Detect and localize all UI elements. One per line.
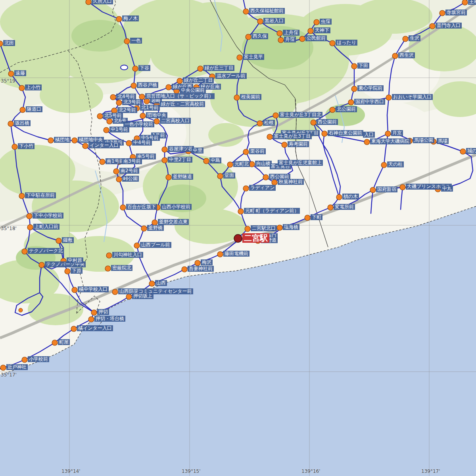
bus-stop-label[interactable]: 下町	[311, 214, 322, 220]
bus-stop-label[interactable]: 県営団地入口（サ・ビック前）	[145, 93, 215, 99]
bus-stop-label[interactable]: 押切	[97, 309, 109, 315]
bus-stop-label[interactable]: 桜美園前	[240, 94, 261, 100]
bus-stop-label[interactable]: 坂呂橋	[14, 120, 31, 126]
bus-stop-label[interactable]: 国府中学西口	[354, 99, 385, 105]
bus-stop-label[interactable]: 天神下	[314, 27, 330, 33]
bus-stop-label[interactable]: 下小竹	[18, 143, 35, 149]
bus-stop-label[interactable]: 川勾神社入口	[112, 252, 143, 258]
bus-stop-label[interactable]: 生沢	[409, 35, 420, 41]
bus-stop-label[interactable]: 北田	[3, 40, 15, 46]
bus-stop-label[interactable]: 変電所前	[334, 204, 355, 210]
bus-stop-label[interactable]: 釜野隧道	[172, 174, 193, 180]
bus-stop-label[interactable]: 南2号前	[119, 168, 139, 174]
bus-stop-label[interactable]: 舟窪	[284, 36, 296, 42]
bus-stop-label[interactable]: おおいそ学園入口	[392, 94, 433, 100]
bus-stop-label[interactable]: 下田	[357, 63, 369, 69]
bus-stop-label[interactable]: 押切坂上	[132, 293, 154, 299]
bus-stop-label[interactable]: 中央公園前	[180, 87, 206, 93]
bus-stop-label[interactable]: 遠藤	[14, 70, 26, 76]
bus-stop-label[interactable]: 中里2丁目	[168, 157, 192, 163]
bus-stop-label[interactable]: 西公園前	[317, 119, 338, 125]
bus-stop-label[interactable]: インター入口	[88, 142, 120, 148]
bus-stop-label[interactable]: 槙の木	[342, 194, 359, 200]
bus-stop-label[interactable]: 元町北	[233, 161, 250, 167]
bus-stop-label[interactable]: 藤田電機前	[223, 251, 250, 257]
bus-stop-label[interactable]: 橘団地中央	[78, 137, 104, 143]
bus-stop-label[interactable]: 梅沢	[201, 259, 213, 265]
bus-stop-label[interactable]: 松根	[263, 120, 275, 126]
bus-stop-label[interactable]: 上小竹	[25, 84, 42, 90]
bus-stop-label[interactable]: 橘中学校入口	[78, 286, 109, 292]
bus-stop-label[interactable]: 北2号前	[117, 107, 137, 113]
bus-stop-label[interactable]: 隧道口	[26, 106, 42, 112]
bus-stop-label[interactable]: 山西	[155, 280, 167, 286]
bus-stop-label[interactable]: 北4号前	[116, 94, 136, 100]
bus-stop-label[interactable]: 富士見が丘児童館上	[278, 160, 323, 166]
bus-stop-label[interactable]: 小学校前	[28, 356, 49, 362]
bus-stop-label[interactable]: 谷屋津ツ谷	[168, 146, 194, 152]
bus-stop-label[interactable]: 上舟窪	[283, 30, 299, 36]
bus-stop-label[interactable]: 栗谷前	[249, 148, 266, 154]
bus-stop-label[interactable]: テクノパーク北	[28, 248, 64, 254]
bus-stop-label[interactable]: 城の下	[466, 148, 476, 154]
bus-stop-label[interactable]: 南3号前	[122, 158, 142, 164]
bus-stop-label[interactable]: 釜野交差点東	[158, 219, 189, 225]
bus-stop-label[interactable]: 近戸神社	[6, 364, 28, 370]
bus-stop-label[interactable]: 中里	[192, 148, 203, 154]
bus-stop-label[interactable]: 久所入口	[92, 0, 113, 4]
bus-stop-label[interactable]: 寺坂宮前	[445, 10, 467, 15]
bus-stop-label[interactable]: 橘インター入口	[77, 325, 113, 331]
bus-stop-label[interactable]: 馬場公園	[413, 137, 434, 143]
bus-stop-label[interactable]: 緑が丘三丁目	[203, 65, 234, 71]
bus-stop-label[interactable]: 緑が丘二丁目	[183, 77, 214, 83]
bus-stop-label[interactable]: 普門寺入口	[436, 23, 462, 29]
bus-stop-label[interactable]: 中島	[209, 157, 221, 163]
bus-stop-label[interactable]: 西生沢	[398, 52, 415, 58]
bus-stop-label[interactable]: 二宮駅北口	[251, 225, 277, 231]
bus-stop-label[interactable]: 峠公園	[122, 176, 139, 182]
bus-stop-label[interactable]: 公民館前	[305, 35, 327, 41]
bus-stop-label[interactable]: 中1号前	[109, 127, 129, 132]
bus-stop-label[interactable]: 山西防災コミュニティセンター前	[118, 288, 193, 294]
bus-stop-label[interactable]: 下中小学校前	[33, 213, 63, 219]
bus-stop-label[interactable]: 中村原	[67, 257, 83, 263]
bus-stop-label[interactable]: 下原	[71, 268, 83, 274]
bus-stop-label[interactable]: 一色	[130, 38, 142, 44]
bus-stop-label[interactable]: 北1号前	[140, 105, 160, 111]
bus-stop-label[interactable]: 鐘敷	[62, 237, 74, 243]
bus-stop-label[interactable]: 西久保福祉館前	[249, 8, 285, 14]
bus-stop-label[interactable]: 東海大学大磯病院	[370, 138, 411, 144]
bus-stop-label[interactable]: 堂面	[223, 173, 235, 178]
bus-stop-label[interactable]: 黒岩入口	[263, 18, 285, 24]
bus-stop-label[interactable]: 吾妻神社前	[188, 266, 214, 272]
bus-stop-label[interactable]: 天の杜	[387, 161, 404, 167]
bus-stop-label[interactable]: 団地中央	[146, 112, 167, 118]
bus-stop-label[interactable]: 国府新宿	[376, 186, 397, 192]
map-canvas[interactable]: 139°14'139°15'139°16'139°17'35°19'35°18'…	[0, 0, 476, 476]
bus-stop-label[interactable]: 富士見平	[243, 54, 264, 60]
bus-stop-label[interactable]: 百合が丘坂下	[126, 204, 157, 210]
bus-stop-label[interactable]: 下谷	[138, 65, 150, 71]
bus-stop-label[interactable]: 上町入口前	[33, 224, 60, 230]
bus-stop-label[interactable]: 月京	[391, 130, 403, 136]
bus-stop-label[interactable]: 中丸	[441, 186, 453, 192]
bus-stop-label[interactable]: 町（ラディアン前）	[254, 208, 300, 214]
bus-stop-label[interactable]: 下中駐在所前	[25, 192, 56, 198]
bus-stop-label[interactable]: ほったり	[336, 40, 357, 46]
bus-stop-label[interactable]: 入口	[363, 132, 375, 138]
bus-stop-label[interactable]: 虫窪	[320, 19, 332, 25]
bus-stop-label[interactable]: 素心学院前	[357, 85, 384, 91]
bus-stop-label[interactable]: 山西プール前	[140, 242, 171, 248]
bus-stop-label[interactable]: 王福寺	[468, 0, 476, 5]
bus-stop-label[interactable]: 梅ノ木	[122, 15, 139, 21]
bus-stop-label[interactable]: 石神台東公園前	[328, 130, 363, 136]
bus-stop-label[interactable]: 二宮高校入口	[160, 118, 191, 124]
bus-stop-label[interactable]: 橘団地	[54, 137, 71, 143]
bus-stop-label[interactable]: ラディアン	[249, 185, 276, 191]
bus-stop-label[interactable]: 北3号前	[122, 99, 142, 105]
bus-stop-label[interactable]: 町屋	[58, 339, 70, 345]
bus-stop-label[interactable]: 釜野橋	[147, 225, 164, 231]
station-label[interactable]: 二宮駅	[242, 233, 269, 243]
bus-stop-label[interactable]: 富士見が丘3丁目北	[279, 112, 322, 118]
bus-stop-label[interactable]: 緑が丘・二宮高校前	[160, 101, 205, 107]
